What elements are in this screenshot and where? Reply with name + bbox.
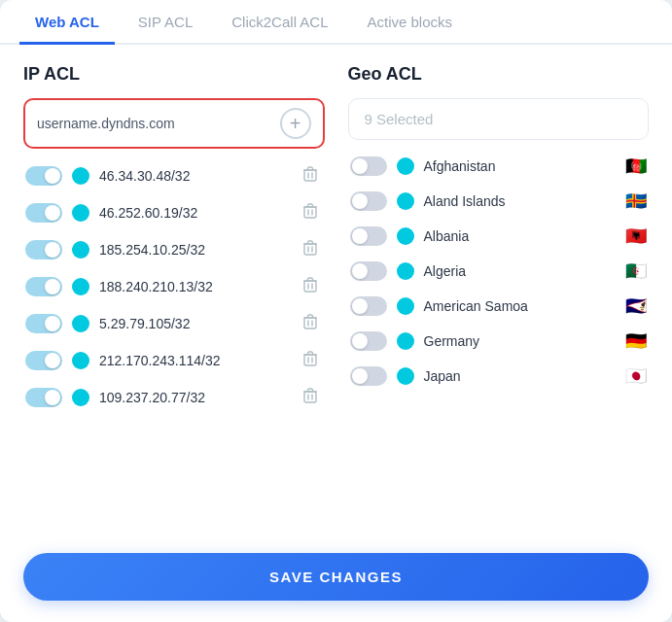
geo-entry-row: Aland Islands🇦🇽 — [348, 185, 650, 218]
ip-entry-row: 109.237.20.77/32 — [23, 380, 325, 415]
main-content: IP ACL + 46.34.30.48/3246.252.60.19/3218… — [0, 45, 672, 536]
svg-rect-0 — [304, 170, 316, 181]
ip-entry-label-5: 212.170.243.114/32 — [99, 353, 288, 368]
ip-acl-title: IP ACL — [23, 64, 325, 85]
geo-status-dot-5 — [397, 332, 414, 350]
ip-delete-button-4[interactable] — [298, 312, 323, 335]
ip-entry-label-6: 109.237.20.77/32 — [99, 390, 288, 405]
svg-rect-3 — [304, 281, 316, 292]
geo-entry-row: American Samoa🇦🇸 — [348, 290, 650, 323]
geo-selected-box[interactable]: 9 Selected — [348, 98, 650, 140]
ip-entry-list: 46.34.30.48/3246.252.60.19/32185.254.10.… — [23, 158, 325, 415]
ip-acl-column: IP ACL + 46.34.30.48/3246.252.60.19/3218… — [23, 64, 325, 516]
geo-toggle-2[interactable] — [350, 226, 387, 246]
ip-status-dot-4 — [72, 315, 89, 332]
ip-toggle-4[interactable] — [25, 314, 62, 333]
tab-sip-acl[interactable]: SIP ACL — [123, 0, 208, 45]
ip-toggle-0[interactable] — [25, 166, 62, 186]
geo-status-dot-2 — [397, 227, 414, 245]
geo-status-dot-4 — [397, 297, 414, 315]
geo-entry-label-6: Japan — [424, 368, 613, 384]
geo-status-dot-0 — [397, 157, 414, 175]
svg-rect-5 — [304, 355, 316, 365]
ip-entry-label-2: 185.254.10.25/32 — [99, 242, 288, 258]
geo-status-dot-6 — [397, 367, 414, 385]
geo-flag-0: 🇦🇫 — [625, 156, 647, 177]
ip-status-dot-0 — [72, 167, 89, 185]
save-area: SAVE CHANGES — [0, 536, 672, 622]
ip-delete-button-0[interactable] — [298, 164, 323, 188]
geo-entry-list: Afghanistan🇦🇫Aland Islands🇦🇽Albania🇦🇱Alg… — [348, 150, 650, 393]
svg-rect-4 — [304, 318, 316, 328]
ip-status-dot-6 — [72, 389, 89, 406]
geo-entry-label-0: Afghanistan — [424, 158, 613, 174]
geo-toggle-1[interactable] — [350, 191, 387, 211]
ip-entry-row: 212.170.243.114/32 — [23, 343, 325, 378]
geo-entry-label-5: Germany — [424, 333, 613, 349]
geo-status-dot-3 — [397, 262, 414, 280]
tab-bar: Web ACLSIP ACLClick2Call ACLActive block… — [0, 0, 672, 45]
ip-entry-row: 5.29.79.105/32 — [23, 306, 325, 341]
geo-entry-row: Algeria🇩🇿 — [348, 255, 650, 288]
ip-status-dot-1 — [72, 204, 89, 222]
geo-entry-row: Afghanistan🇦🇫 — [348, 150, 650, 183]
ip-delete-button-2[interactable] — [298, 238, 323, 261]
ip-entry-row: 185.254.10.25/32 — [23, 232, 325, 267]
ip-delete-button-6[interactable] — [298, 386, 323, 409]
geo-toggle-5[interactable] — [350, 331, 387, 351]
geo-entry-row: Japan🇯🇵 — [348, 360, 650, 393]
svg-rect-1 — [304, 207, 316, 218]
ip-toggle-1[interactable] — [25, 203, 62, 223]
main-card: Web ACLSIP ACLClick2Call ACLActive block… — [0, 0, 672, 622]
ip-entry-label-3: 188.240.210.13/32 — [99, 279, 288, 294]
svg-rect-6 — [304, 392, 316, 402]
ip-input-field[interactable] — [37, 116, 272, 131]
geo-toggle-3[interactable] — [350, 261, 387, 281]
ip-delete-button-5[interactable] — [298, 349, 323, 372]
ip-entry-label-1: 46.252.60.19/32 — [99, 205, 288, 221]
ip-entry-row: 188.240.210.13/32 — [23, 269, 325, 304]
geo-acl-title: Geo ACL — [348, 64, 650, 85]
geo-flag-2: 🇦🇱 — [625, 225, 647, 247]
geo-toggle-0[interactable] — [350, 156, 387, 176]
geo-flag-1: 🇦🇽 — [625, 190, 647, 212]
ip-status-dot-5 — [72, 352, 89, 369]
svg-rect-2 — [304, 244, 316, 255]
geo-entry-row: Germany🇩🇪 — [348, 325, 650, 358]
ip-status-dot-2 — [72, 241, 89, 259]
geo-entry-label-4: American Samoa — [424, 298, 613, 314]
geo-flag-4: 🇦🇸 — [625, 295, 647, 317]
ip-delete-button-1[interactable] — [298, 201, 323, 225]
save-changes-button[interactable]: SAVE CHANGES — [23, 553, 649, 601]
ip-delete-button-3[interactable] — [298, 275, 323, 298]
ip-status-dot-3 — [72, 278, 89, 295]
ip-toggle-6[interactable] — [25, 388, 62, 407]
geo-toggle-6[interactable] — [350, 366, 387, 386]
ip-entry-label-4: 5.29.79.105/32 — [99, 316, 288, 331]
ip-entry-label-0: 46.34.30.48/32 — [99, 168, 288, 184]
tab-active-blocks[interactable]: Active blocks — [351, 0, 468, 45]
geo-entry-row: Albania🇦🇱 — [348, 220, 650, 253]
geo-toggle-4[interactable] — [350, 296, 387, 316]
add-ip-button[interactable]: + — [280, 108, 311, 139]
ip-input-row: + — [23, 98, 325, 149]
geo-flag-3: 🇩🇿 — [625, 260, 647, 282]
geo-status-dot-1 — [397, 192, 414, 210]
geo-entry-label-3: Algeria — [424, 263, 613, 279]
tab-click2call-acl[interactable]: Click2Call ACL — [216, 0, 343, 45]
geo-selected-label: 9 Selected — [365, 111, 434, 127]
ip-entry-row: 46.34.30.48/32 — [23, 158, 325, 193]
geo-flag-6: 🇯🇵 — [625, 365, 647, 387]
geo-entry-label-1: Aland Islands — [424, 193, 613, 209]
geo-acl-column: Geo ACL 9 Selected Afghanistan🇦🇫Aland Is… — [348, 64, 650, 516]
geo-entry-label-2: Albania — [424, 228, 613, 244]
ip-entry-row: 46.252.60.19/32 — [23, 195, 325, 230]
ip-toggle-3[interactable] — [25, 277, 62, 296]
geo-flag-5: 🇩🇪 — [625, 330, 647, 352]
tab-web-acl[interactable]: Web ACL — [19, 0, 115, 45]
ip-toggle-2[interactable] — [25, 240, 62, 259]
ip-toggle-5[interactable] — [25, 351, 62, 370]
